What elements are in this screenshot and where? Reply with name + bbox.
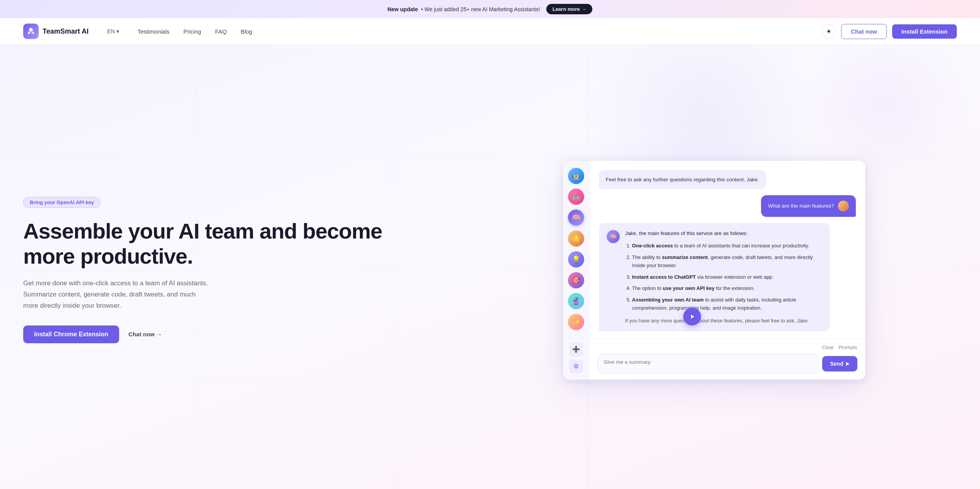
- user-avatar: [838, 201, 849, 211]
- ai-assistant-8[interactable]: ✨: [568, 314, 584, 330]
- prompts-button[interactable]: Prompts: [838, 344, 857, 350]
- svg-point-2: [32, 32, 34, 34]
- install-chrome-button[interactable]: Install Chrome Extension: [23, 325, 119, 343]
- ai-response: 🧠 Jake, the main features of this servic…: [599, 223, 830, 331]
- announcement-message: • We just added 25+ new AI Marketing Ass…: [421, 6, 540, 12]
- announcement-prefix: New update: [388, 6, 418, 12]
- navbar: TeamSmart AI EN ▾ Testimonials Pricing F…: [0, 18, 980, 45]
- chat-sidebar: 🤖 🦾 🧠 🌟 💡 🎯 🔮 ✨ ➕ ⚙: [563, 161, 590, 380]
- ai-assistant-2[interactable]: 🦾: [568, 189, 584, 205]
- hero-right: 🤖 🦾 🧠 🌟 💡 🎯 🔮 ✨ ➕ ⚙ Feel free to: [443, 161, 980, 380]
- chat-now-link[interactable]: Chat now →: [128, 331, 162, 337]
- chat-input-row: Send ➤: [597, 354, 857, 373]
- play-button[interactable]: [683, 308, 701, 325]
- ai-response-content: Jake, the main features of this service …: [625, 229, 823, 325]
- ai-assistant-7[interactable]: 🔮: [568, 293, 584, 309]
- add-assistant-button[interactable]: ➕: [569, 342, 583, 356]
- language-selector[interactable]: EN ▾: [104, 27, 122, 36]
- logo[interactable]: TeamSmart AI: [23, 24, 89, 39]
- hero-actions: Install Chrome Extension Chat now →: [23, 325, 428, 343]
- install-extension-button[interactable]: Install Extension: [892, 24, 957, 39]
- nav-link-blog[interactable]: Blog: [241, 28, 252, 35]
- sun-icon: ☀: [826, 28, 831, 35]
- theme-toggle-button[interactable]: ☀: [822, 24, 836, 38]
- chat-messages: Feel free to ask any further questions r…: [590, 161, 865, 339]
- ai-assistant-5[interactable]: 💡: [568, 251, 584, 268]
- svg-point-1: [28, 32, 31, 34]
- logo-text: TeamSmart AI: [43, 27, 89, 36]
- learn-more-button[interactable]: Learn more →: [546, 4, 592, 14]
- clear-button[interactable]: Clear: [822, 344, 834, 350]
- chat-main: Feel free to ask any further questions r…: [590, 161, 865, 380]
- nav-actions: ☀ Chat now Install Extension: [822, 24, 957, 39]
- chat-now-button[interactable]: Chat now: [841, 24, 887, 39]
- send-button[interactable]: Send ➤: [822, 356, 857, 371]
- svg-point-0: [29, 28, 33, 32]
- announcement-bar: New update • We just added 25+ new AI Ma…: [0, 0, 980, 18]
- chevron-down-icon: ▾: [116, 28, 119, 34]
- hero-subtitle: Get more done with one-click access to a…: [23, 278, 209, 312]
- settings-button[interactable]: ⚙: [569, 360, 583, 373]
- ai-assistant-1[interactable]: 🤖: [568, 168, 584, 184]
- ai-assistant-6[interactable]: 🎯: [568, 272, 584, 288]
- nav-link-faq[interactable]: FAQ: [215, 28, 227, 35]
- message-right-1: What are the main features?: [761, 195, 855, 217]
- hero-section: Bring your OpenAI API key Assemble your …: [0, 45, 980, 489]
- chat-input-area: Clear Prompts Send ➤: [590, 339, 865, 380]
- chat-input-actions: Clear Prompts: [597, 344, 857, 350]
- ai-assistant-active[interactable]: 🧠: [568, 210, 584, 226]
- hero-badge: Bring your OpenAI API key: [23, 197, 101, 208]
- nav-link-testimonials[interactable]: Testimonials: [138, 28, 170, 35]
- nav-link-pricing[interactable]: Pricing: [183, 28, 201, 35]
- message-left-1: Feel free to ask any further questions r…: [599, 170, 766, 189]
- nav-links: Testimonials Pricing FAQ Blog: [138, 28, 807, 35]
- chat-input[interactable]: [597, 354, 819, 373]
- ai-assistant-4[interactable]: 🌟: [568, 230, 584, 247]
- hero-title: Assemble your AI team and become more pr…: [23, 219, 428, 269]
- chat-mockup: 🤖 🦾 🧠 🌟 💡 🎯 🔮 ✨ ➕ ⚙ Feel free to: [563, 161, 865, 380]
- sidebar-bottom: ➕ ⚙: [569, 342, 583, 373]
- logo-icon: [23, 24, 39, 39]
- ai-response-avatar: 🧠: [607, 230, 620, 243]
- hero-left: Bring your OpenAI API key Assemble your …: [23, 197, 443, 343]
